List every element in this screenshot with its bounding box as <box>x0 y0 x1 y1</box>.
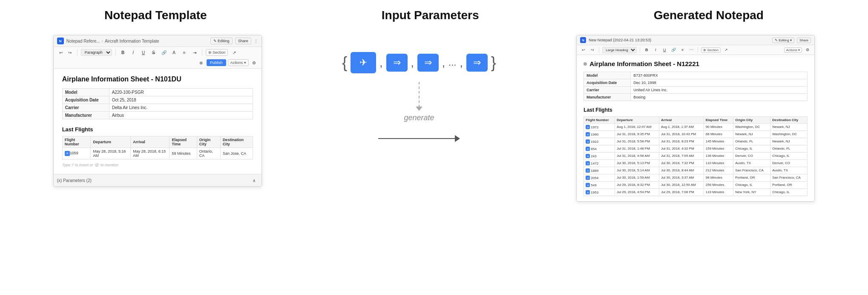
gn-flight-icon: ✈ <box>586 183 590 187</box>
gn-share-btn[interactable]: Share <box>797 38 811 43</box>
nt-info-label: Carrier <box>62 104 109 112</box>
nt-flights-header-row: Flight NumberDepartureArrivalElapsed Tim… <box>62 136 253 148</box>
comma4-icon: , <box>460 56 463 69</box>
gn-flight-elapsed: 110 Minutes <box>704 160 733 167</box>
nt-titlebar: N Notepad Refere... › Aircraft Informati… <box>54 35 262 47</box>
gn-flight-arrival: Jul 31, 2018, 10:43 PM <box>659 131 704 138</box>
nt-sep2 <box>77 49 78 56</box>
gn-flight-destination: Chicago, IL <box>770 189 808 196</box>
arrow1-icon: ⇒ <box>393 57 401 68</box>
gn-flight-elapsed: 98 Minutes <box>704 174 733 182</box>
nt-info-label: Model <box>62 89 109 96</box>
gn-flight-origin: Chicago, IL <box>733 145 770 153</box>
gn-title-dot <box>583 62 587 66</box>
nt-bold-btn[interactable]: B <box>119 49 127 56</box>
gn-info-label: Manufacturer <box>584 94 631 101</box>
nt-toolbar: ↩ ↪ Paragraph B I U S 🔗 A ≡ ⇥ ⊕ Section … <box>54 47 262 69</box>
gn-flight-departure: Jul 29, 2018, 8:32 PM <box>615 182 659 189</box>
nt-strikethrough-btn[interactable]: S <box>150 49 158 56</box>
nt-publish-btn[interactable]: Publish <box>207 59 226 66</box>
gn-info-label: Model <box>584 72 631 79</box>
nt-link2-btn[interactable]: ↗ <box>230 49 238 56</box>
gn-flight-elapsed: 68 Minutes <box>704 131 733 138</box>
gn-bold-btn[interactable]: B <box>643 46 650 53</box>
nt-footer-label: (x) Parameters (2) <box>57 178 92 183</box>
gn-flight-destination: Newark, NJ <box>770 138 808 145</box>
gn-flight-origin: New York, NY <box>733 189 770 196</box>
gn-settings-btn[interactable]: ⚙ <box>804 46 811 53</box>
nt-flights-col-header: Flight Number <box>62 136 91 148</box>
horizontal-arrow <box>378 135 460 142</box>
gn-flight-icon: ✈ <box>586 147 590 151</box>
gn-link-btn[interactable]: 🔗 <box>670 46 677 53</box>
nt-actions-btn[interactable]: Actions ▾ <box>228 59 249 66</box>
gn-info-row: CarrierUnited Air Lines Inc. <box>584 87 808 94</box>
gn-forward-btn[interactable]: ↪ <box>589 46 596 53</box>
nt-info-row: ModelA220-100-PSGR <box>62 89 253 96</box>
nt-align-btn[interactable]: ≡ <box>181 49 188 56</box>
nt-info-label: Manufacturer <box>62 112 109 119</box>
nt-italic-btn[interactable]: I <box>129 49 137 56</box>
gn-flight-arrival: Jul 31, 2018, 7:05 AM <box>659 153 704 160</box>
gn-flight-icon: ✈ <box>586 190 590 194</box>
gn-flight-number: ✈549 <box>584 182 615 189</box>
nt-share-button[interactable]: Share <box>235 38 251 44</box>
gn-flight-row: ✈2054 Jul 30, 2018, 1:59 AM Jul 30, 2018… <box>584 174 808 182</box>
nt-back-btn[interactable]: ↩ <box>57 49 65 56</box>
gn-flight-row: ✈1472 Jul 30, 2018, 5:13 PM Jul 30, 2018… <box>584 160 808 167</box>
nt-menu-icon[interactable]: ⋮ <box>254 39 258 43</box>
nt-info-label: Acquisition Date <box>62 96 109 104</box>
gn-flight-arrival: Jul 29, 2018, 7:08 PM <box>659 189 704 196</box>
right-section-title: Generated Notepad <box>654 9 764 22</box>
gn-link2-btn[interactable]: ↗ <box>723 46 730 53</box>
nt-paragraph-select[interactable]: Paragraph <box>81 49 112 56</box>
dashed-arrow: generate <box>404 82 434 122</box>
gn-actions-btn[interactable]: Actions ▾ <box>784 47 802 53</box>
nt-info-table: ModelA220-100-PSGRAcquisition DateOct 25… <box>62 88 253 119</box>
nt-flight-number: ✈1059 <box>62 148 91 159</box>
gn-flight-origin: San Francisco, CA <box>733 167 770 174</box>
nt-forward-btn[interactable]: ↪ <box>66 49 74 56</box>
gn-flight-row: ✈1889 Jul 30, 2018, 5:14 AM Jul 30, 2018… <box>584 167 808 174</box>
gn-flight-elapsed: 119 Minutes <box>704 189 733 196</box>
nt-add-btn[interactable]: ⊕ <box>197 59 205 67</box>
left-section-title: Notepad Template <box>104 9 207 22</box>
gn-back-btn[interactable]: ↩ <box>580 46 587 53</box>
gn-flight-row: ✈1990 Jul 31, 2018, 9:35 PM Jul 31, 2018… <box>584 131 808 138</box>
gn-flight-departure: Jul 29, 2018, 4:54 PM <box>615 189 659 196</box>
gn-flight-icon: ✈ <box>586 161 590 165</box>
gn-underline-btn[interactable]: U <box>661 46 668 53</box>
gn-flights-table: Flight NumberDepartureArrivalElapsed Tim… <box>583 116 808 196</box>
gn-align-btn[interactable]: ≡ <box>679 46 686 53</box>
nt-type-hint: Type '/' to insert or '@' to mention <box>62 163 253 167</box>
gn-editing-btn[interactable]: ✎ Editing ▾ <box>772 38 794 43</box>
nt-edit-button[interactable]: ✎ Editing <box>210 38 233 44</box>
gn-italic-btn[interactable]: I <box>652 46 659 53</box>
gn-flight-destination: Washington, DC <box>770 131 808 138</box>
gn-flight-icon: ✈ <box>586 154 590 158</box>
gn-flight-arrival: Jul 31, 2018, 4:32 PM <box>659 145 704 153</box>
gn-flight-departure: Jul 31, 2018, 4:58 AM <box>615 153 659 160</box>
nt-section-btn[interactable]: ⊕ Section <box>206 49 228 56</box>
gn-flights-col-header: Destination City <box>770 117 808 124</box>
nt-flights-col-header: Origin City <box>197 136 220 148</box>
nt-color-btn[interactable]: A <box>170 49 178 56</box>
flight-num-icon: ✈ <box>65 151 70 156</box>
nt-flights-col-header: Destination City <box>220 136 253 148</box>
nt-underline-btn[interactable]: U <box>140 49 147 56</box>
nt-info-value: A220-100-PSGR <box>109 89 253 96</box>
nt-footer-expand-btn[interactable]: ∧ <box>250 176 258 184</box>
nt-settings-btn[interactable]: ⚙ <box>250 59 258 67</box>
nt-flight-arrival: May 28, 2018, 6:15 AM <box>131 148 170 159</box>
nt-indent-btn[interactable]: ⇥ <box>191 49 198 56</box>
gn-page-title: Airplane Information Sheet - N12221 <box>583 60 808 67</box>
gn-more-btn[interactable]: ⋯ <box>688 46 695 53</box>
nt-page-title: Airplane Information Sheet - N101DU <box>62 75 253 83</box>
gn-section-btn[interactable]: ⊕ Section <box>701 47 721 53</box>
gn-info-row: Acquisition DateDec 10, 1998 <box>584 79 808 87</box>
arrow-icon-box-3: ⇒ <box>466 54 488 72</box>
gn-flight-arrival: Jul 30, 2018, 12:50 AM <box>659 182 704 189</box>
gn-flight-elapsed: 90 Minutes <box>704 124 733 131</box>
nt-link-btn[interactable]: 🔗 <box>160 49 168 56</box>
gn-heading-select[interactable]: Large Heading <box>602 47 637 53</box>
